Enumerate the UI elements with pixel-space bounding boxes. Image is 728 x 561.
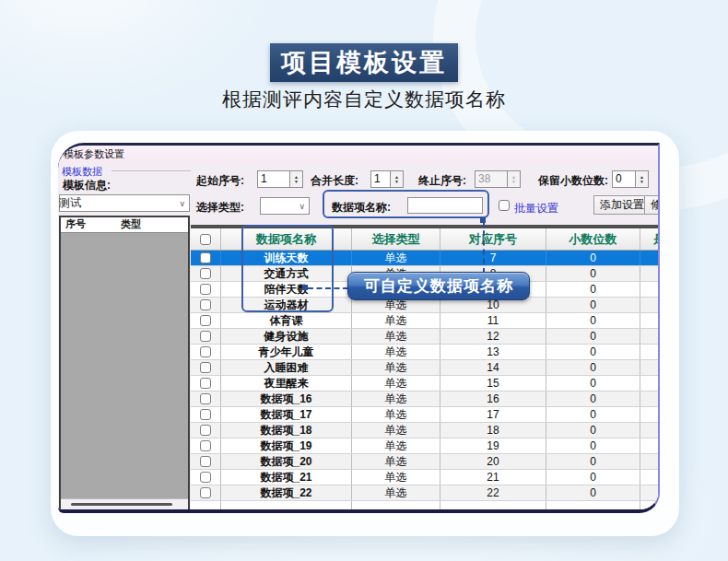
table-row[interactable]: 夜里醒来单选150 [191, 376, 660, 392]
header-partial: 是 [640, 228, 660, 250]
scrollbar-thumb[interactable] [71, 503, 172, 506]
table-row[interactable]: 数据项_17单选170 [191, 407, 660, 423]
add-settings-button[interactable]: 添加设置 [593, 195, 651, 215]
row-checkbox[interactable] [200, 378, 211, 389]
row-checkbox[interactable] [200, 268, 211, 279]
cell-seq: 22 [440, 485, 546, 500]
cell-extra [640, 251, 660, 265]
cell-select-type: 单选 [352, 423, 440, 438]
table-row[interactable]: 数据项_21单选210 [191, 470, 660, 485]
row-checkbox[interactable] [200, 315, 211, 326]
cell-empty [440, 501, 546, 513]
cell-extra [640, 454, 660, 469]
row-checkbox[interactable] [200, 393, 211, 404]
merge-len-label: 合并长度: [311, 173, 358, 189]
cell-seq: 20 [440, 454, 546, 469]
annotation-dashed-line-horizontal [308, 287, 348, 289]
cell-seq: 18 [440, 423, 546, 438]
row-checkbox[interactable] [200, 472, 211, 483]
row-checkbox-cell [191, 298, 221, 312]
template-select[interactable]: 测试 ∨ [59, 194, 190, 212]
sidebar-group-label: 模板数据 [62, 165, 102, 179]
start-seq-spinner[interactable]: ▲▼ [290, 170, 303, 188]
cell-extra [640, 376, 660, 391]
header-select-type[interactable]: 选择类型 [352, 228, 440, 250]
cell-select-type: 单选 [352, 454, 440, 469]
horizontal-scrollbar[interactable] [61, 498, 188, 510]
row-checkbox[interactable] [200, 299, 211, 310]
table-row[interactable]: 数据项_20单选200 [191, 454, 660, 470]
cell-seq: 14 [440, 360, 546, 375]
table-row[interactable]: 数据项_16单选160 [191, 392, 660, 407]
row-checkbox[interactable] [200, 440, 211, 451]
cell-item-name: 青少年儿童 [221, 345, 352, 359]
table-row[interactable]: 数据项_19单选190 [191, 438, 660, 454]
cell-item-name: 数据项_19 [221, 438, 352, 453]
cell-seq: 7 [440, 251, 546, 265]
row-checkbox-cell [191, 313, 221, 328]
merge-len-spinner[interactable]: ▲▼ [391, 170, 404, 188]
cell-seq: 11 [440, 313, 546, 328]
decimals-spinner[interactable]: ▲▼ [636, 170, 649, 188]
cell-seq: 15 [440, 376, 546, 391]
row-checkbox-cell [191, 376, 221, 391]
start-seq-input[interactable]: 1 [257, 170, 290, 188]
cell-extra [640, 282, 660, 297]
batch-settings-checkbox[interactable] [499, 200, 510, 211]
template-select-value: 测试 [59, 195, 81, 211]
table-row[interactable]: 入睡困难单选140 [191, 360, 660, 376]
row-checkbox[interactable] [200, 346, 211, 357]
end-seq-label: 终止序号: [418, 173, 466, 189]
row-checkbox[interactable] [200, 425, 211, 436]
cell-decimals: 0 [546, 485, 640, 500]
cell-decimals: 0 [546, 438, 640, 453]
cell-decimals: 0 [546, 423, 640, 438]
template-info-label: 模板信息: [63, 178, 111, 193]
annotation-callout: 可自定义数据项名称 [347, 272, 530, 300]
cell-extra [640, 266, 660, 281]
cell-item-name: 数据项_17 [221, 407, 352, 422]
header-decimals[interactable]: 小数位数 [546, 228, 640, 250]
merge-len-input[interactable]: 1 [370, 170, 391, 188]
select-type-dropdown[interactable]: ∨ [260, 197, 310, 215]
row-checkbox[interactable] [200, 456, 211, 467]
cell-extra [640, 392, 660, 406]
sequence-type-list[interactable]: 序号 类型 [59, 216, 190, 512]
sequence-list-header: 序号 类型 [61, 217, 188, 233]
row-checkbox-cell [191, 266, 221, 281]
cell-item-name: 体育课 [221, 313, 352, 328]
cell-decimals: 0 [546, 251, 640, 265]
cell-extra [640, 329, 660, 344]
table-row[interactable]: 体育课单选110 [191, 313, 660, 329]
row-checkbox-cell [191, 282, 221, 297]
cell-item-name: 数据项_21 [221, 470, 352, 485]
annotation-name-column-highlight [241, 225, 334, 312]
cell-decimals: 0 [546, 407, 640, 422]
cell-extra [640, 407, 660, 422]
select-type-label: 选择类型: [196, 200, 244, 216]
modify-settings-button[interactable]: 修改设置 [644, 195, 660, 215]
cell-decimals: 0 [546, 313, 640, 328]
select-all-checkbox[interactable] [200, 234, 211, 245]
annotation-input-highlight [323, 190, 489, 218]
decimals-input[interactable]: 0 [612, 170, 636, 188]
table-row[interactable]: 青少年儿童单选130 [191, 345, 660, 360]
row-checkbox[interactable] [200, 362, 211, 373]
cell-decimals: 0 [546, 329, 640, 344]
row-checkbox-cell [191, 423, 221, 438]
row-checkbox[interactable] [200, 409, 211, 420]
table-row[interactable]: 健身设施单选120 [191, 329, 660, 345]
row-checkbox-cell [191, 251, 221, 265]
row-checkbox[interactable] [200, 284, 211, 295]
table-row[interactable]: 数据项_18单选180 [191, 423, 660, 438]
cell-decimals: 0 [546, 266, 640, 281]
table-row[interactable]: 数据项_22单选220 [191, 485, 660, 501]
row-checkbox[interactable] [200, 252, 211, 263]
row-checkbox[interactable] [200, 487, 211, 498]
cell-select-type: 单选 [352, 438, 440, 453]
cell-seq: 17 [440, 407, 546, 422]
window-titlebar[interactable]: 模板参数设置 [58, 146, 658, 163]
cell-extra [640, 423, 660, 438]
row-checkbox[interactable] [200, 331, 211, 342]
header-seq[interactable]: 对应序号 [440, 228, 546, 250]
